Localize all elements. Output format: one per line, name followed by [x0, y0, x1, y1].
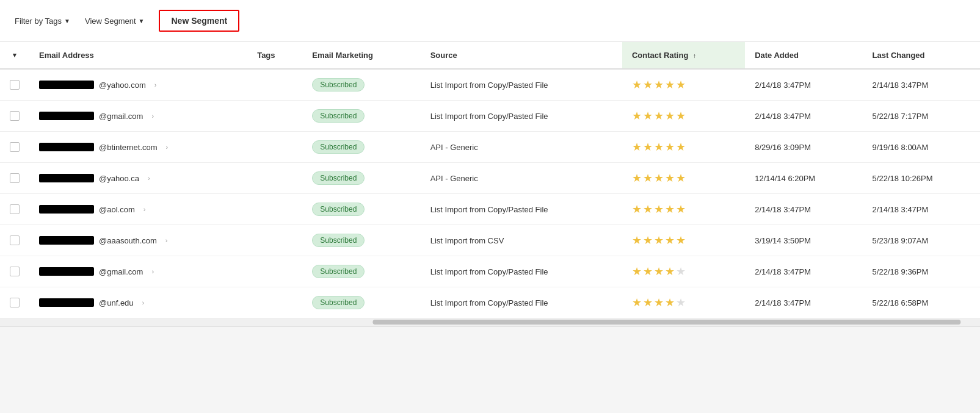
star-filled-icon: ★ — [676, 109, 686, 123]
row-checkbox-cell — [0, 132, 29, 163]
row-source-cell: API - Generic — [421, 132, 622, 163]
star-filled-icon: ★ — [632, 171, 642, 185]
row-expand-icon[interactable]: › — [154, 81, 157, 88]
star-filled-icon: ★ — [676, 78, 686, 92]
email-redacted — [39, 174, 94, 182]
header-tags[interactable]: Tags — [247, 42, 302, 69]
email-redacted — [39, 267, 94, 276]
view-segment-chevron-icon: ▼ — [139, 18, 145, 24]
row-checkbox-cell — [0, 163, 29, 194]
email-redacted — [39, 298, 94, 307]
header-email-marketing[interactable]: Email Marketing — [302, 42, 420, 69]
star-filled-icon: ★ — [632, 203, 642, 216]
star-filled-icon: ★ — [643, 140, 653, 154]
row-source-cell: List Import from Copy/Pasted File — [421, 101, 622, 132]
contacts-table: ▾ Email Address Tags Email Marketing Sou… — [0, 42, 980, 318]
row-checkbox-cell — [0, 287, 29, 318]
row-tags-cell — [247, 101, 302, 132]
row-checkbox[interactable] — [10, 298, 20, 307]
row-email-cell: @aol.com › — [29, 194, 247, 225]
row-email-cell: @gmail.com › — [29, 101, 247, 132]
row-email-marketing-cell: Subscribed — [302, 101, 420, 132]
star-rating: ★★★★★ — [632, 109, 735, 123]
star-filled-icon: ★ — [643, 203, 653, 216]
row-expand-icon[interactable]: › — [166, 143, 169, 151]
star-filled-icon: ★ — [665, 171, 675, 185]
star-filled-icon: ★ — [643, 234, 653, 247]
table-row: @yahoo.ca › SubscribedAPI - Generic★★★★★… — [0, 163, 980, 194]
table-row: @btinternet.com › SubscribedAPI - Generi… — [0, 132, 980, 163]
star-rating: ★★★★★ — [632, 265, 735, 278]
subscribed-badge: Subscribed — [312, 234, 365, 247]
star-filled-icon: ★ — [665, 203, 675, 216]
star-filled-icon: ★ — [654, 265, 664, 278]
star-filled-icon: ★ — [665, 140, 675, 154]
row-tags-cell — [247, 287, 302, 318]
row-checkbox[interactable] — [10, 173, 20, 183]
star-filled-icon: ★ — [654, 140, 664, 154]
view-segment-button[interactable]: View Segment ▼ — [85, 16, 145, 26]
row-tags-cell — [247, 132, 302, 163]
star-filled-icon: ★ — [676, 234, 686, 247]
row-source-cell: List Import from Copy/Pasted File — [421, 69, 622, 101]
header-contact-rating[interactable]: Contact Rating ↑ — [622, 42, 745, 69]
table-row: @unf.edu › SubscribedList Import from Co… — [0, 287, 980, 318]
row-expand-icon[interactable]: › — [151, 268, 154, 275]
row-checkbox[interactable] — [10, 80, 20, 90]
star-rating: ★★★★★ — [632, 296, 735, 309]
row-tags-cell — [247, 194, 302, 225]
star-filled-icon: ★ — [665, 109, 675, 123]
row-expand-icon[interactable]: › — [142, 299, 145, 306]
star-filled-icon: ★ — [632, 140, 642, 154]
filter-by-tags-button[interactable]: Filter by Tags ▼ — [15, 16, 70, 26]
header-last-changed[interactable]: Last Changed — [863, 42, 980, 69]
row-checkbox[interactable] — [10, 111, 20, 121]
toolbar: Filter by Tags ▼ View Segment ▼ New Segm… — [0, 0, 980, 42]
view-segment-label: View Segment — [85, 16, 136, 26]
star-filled-icon: ★ — [676, 171, 686, 185]
email-domain: @yahoo.com — [99, 81, 146, 90]
sort-asc-icon: ↑ — [693, 52, 696, 59]
row-date-added-cell: 2/14/18 3:47PM — [745, 69, 862, 101]
star-empty-icon: ★ — [676, 265, 686, 278]
row-email-marketing-cell: Subscribed — [302, 194, 420, 225]
row-expand-icon[interactable]: › — [148, 174, 150, 182]
subscribed-badge: Subscribed — [312, 296, 365, 309]
row-email-marketing-cell: Subscribed — [302, 69, 420, 101]
star-filled-icon: ★ — [643, 296, 653, 309]
header-source[interactable]: Source — [421, 42, 622, 69]
star-filled-icon: ★ — [665, 265, 675, 278]
row-last-changed-cell: 5/23/18 9:07AM — [863, 225, 980, 256]
row-email-cell: @yahoo.ca › — [29, 163, 247, 194]
email-domain: @btinternet.com — [99, 143, 158, 152]
header-email[interactable]: Email Address — [29, 42, 247, 69]
header-checkbox-col: ▾ — [0, 42, 29, 69]
row-source-cell: List Import from Copy/Pasted File — [421, 256, 622, 287]
star-filled-icon: ★ — [654, 234, 664, 247]
row-checkbox[interactable] — [10, 235, 20, 245]
row-expand-icon[interactable]: › — [151, 112, 154, 120]
row-expand-icon[interactable]: › — [143, 206, 146, 213]
row-checkbox-cell — [0, 194, 29, 225]
row-expand-icon[interactable]: › — [165, 237, 168, 244]
row-checkbox[interactable] — [10, 267, 20, 276]
scroll-indicator[interactable] — [0, 318, 980, 327]
row-email-marketing-cell: Subscribed — [302, 132, 420, 163]
new-segment-button[interactable]: New Segment — [159, 10, 239, 32]
table-header-row: ▾ Email Address Tags Email Marketing Sou… — [0, 42, 980, 69]
header-chevron-icon[interactable]: ▾ — [13, 51, 16, 59]
star-filled-icon: ★ — [632, 109, 642, 123]
star-filled-icon: ★ — [654, 78, 664, 92]
row-checkbox[interactable] — [10, 142, 20, 152]
scroll-bar[interactable] — [372, 320, 960, 325]
email-domain: @aol.com — [99, 205, 135, 214]
row-checkbox[interactable] — [10, 204, 20, 214]
row-checkbox-cell — [0, 256, 29, 287]
row-contact-rating-cell: ★★★★★ — [622, 194, 745, 225]
star-filled-icon: ★ — [654, 171, 664, 185]
subscribed-badge: Subscribed — [312, 78, 365, 92]
email-domain: @aaasouth.com — [99, 236, 157, 245]
row-checkbox-cell — [0, 101, 29, 132]
row-tags-cell — [247, 256, 302, 287]
header-date-added[interactable]: Date Added — [745, 42, 862, 69]
